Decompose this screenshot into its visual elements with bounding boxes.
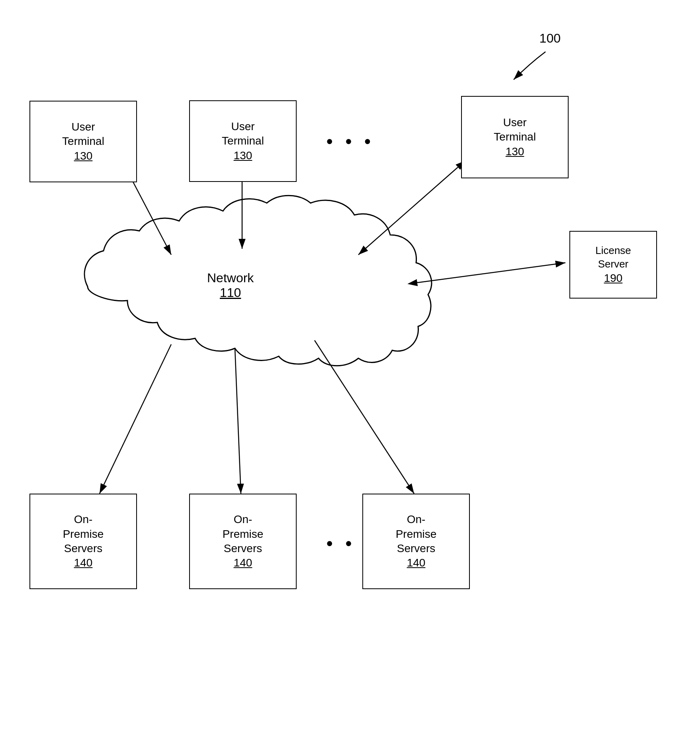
svg-line-8 [315,340,414,494]
user-terminal-3: User Terminal 130 [461,96,569,178]
diagram: 100 User Terminal 130 User Terminal 130 … [0,0,700,744]
svg-line-6 [100,344,171,494]
ops3-number: 140 [407,556,426,570]
ops3-line3: Servers [397,541,435,556]
license-server: License Server 190 [569,231,657,299]
user-terminal-2: User Terminal 130 [189,100,297,182]
ops-3: On- Premise Servers 140 [362,494,470,589]
user-terminal-1: User Terminal 130 [29,101,137,182]
cloud-shape [84,195,432,366]
ut2-line1: User [231,119,254,134]
ops1-line2: Premise [63,527,104,541]
ops3-line2: Premise [396,527,437,541]
ref-100-label: 100 [540,31,561,46]
ops-1: On- Premise Servers 140 [29,494,137,589]
ops2-line3: Servers [224,541,262,556]
ut1-line1: User [71,120,95,134]
ops1-number: 140 [74,556,93,570]
ut1-line2: Terminal [62,134,104,148]
ut1-number: 130 [74,149,93,163]
svg-line-4 [358,167,458,255]
ut2-line2: Terminal [222,134,264,148]
svg-line-2 [127,171,171,255]
ut3-line2: Terminal [494,130,536,144]
ls-line1: License [595,244,631,258]
ops2-line1: On- [234,512,252,527]
ut3-line1: User [503,115,526,130]
svg-line-7 [235,348,241,494]
network-label: Network 110 [207,271,254,300]
ops1-line3: Servers [64,541,102,556]
ls-line2: Server [598,258,629,271]
ut3-number: 130 [506,145,524,159]
ut2-number: 130 [234,148,252,163]
ops2-line2: Premise [223,527,264,541]
ut-dots: • • • [327,131,375,151]
ops2-number: 140 [234,556,252,570]
svg-line-5 [417,263,565,283]
ls-number: 190 [604,271,623,285]
ops1-line1: On- [74,512,93,527]
ops-2: On- Premise Servers 140 [189,494,297,589]
ops3-line1: On- [407,512,426,527]
